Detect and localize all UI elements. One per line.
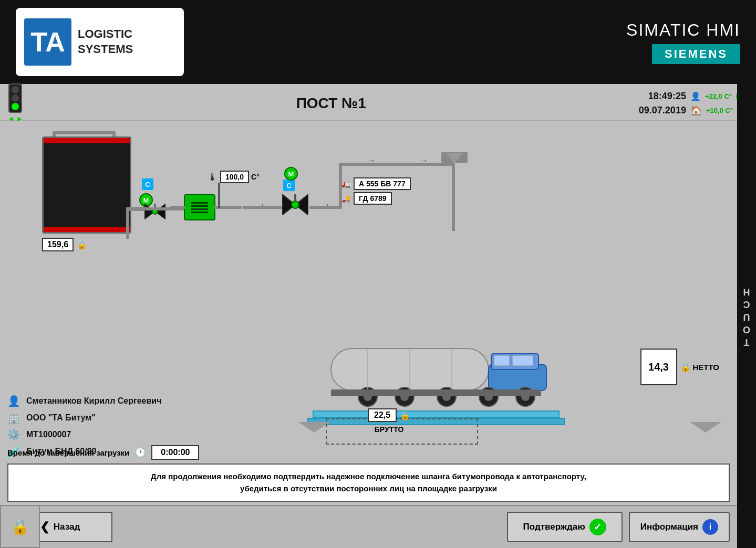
pump-line-1 [191,202,208,204]
header-right: SIMATIC HMI SIEMENS [626,20,740,64]
brutto-value-row: 22,5 🔒 [368,408,410,422]
netto-label: НЕТТО [693,363,719,372]
user-badge[interactable]: 🔒 [0,505,40,548]
temp-outside: +22,0 C° [705,92,732,100]
scale-tri-left [298,422,330,433]
main-valve-m-badge: M [284,167,298,181]
traffic-light-body [8,83,22,113]
temp-inside: +10,0 C° [706,107,733,114]
pump-line-3 [191,208,208,210]
pipe-arrow-1: → [142,202,149,210]
main-valve-svg [282,194,308,215]
truck-icon-1: 🚛 [341,180,350,188]
clock-icon: 🕐 [134,447,146,458]
info-label: Информация [640,522,698,532]
tank-lock-icon: 🔒 [77,240,87,250]
person-info-icon: 👤 [7,395,21,407]
company-name: ООО "ТА Битум" [26,413,96,423]
status-bar: ◄ ► ПОСТ №1 18:49:25 👤 +22,0 C° → 09.07.… [0,84,756,121]
scale-platform [313,410,560,418]
building-icon: 🏢 [7,412,21,424]
timer-row: Время до завершения загрузки 🕐 0:00:00 [7,445,730,460]
back-label: Назад [54,522,80,532]
arm-funnel [447,153,462,164]
confirm-check-icon: ✓ [589,519,606,535]
plate-row-2: 🚚 ГД 6789 [341,192,411,205]
tank-value: 159,6 [42,238,74,251]
c-badge-2: C [283,180,295,191]
netto-right: 🔒 НЕТТО [680,362,719,372]
logo-text: LOGISTIC SYSTEMS [78,27,133,57]
touch-label: TOUCH [737,84,756,548]
thermo-unit: C° [251,173,260,181]
warning-text: Для продолжения необходимо подтвердить н… [151,472,586,493]
pipe-arrow-top: → [368,156,375,165]
brutto-group: 22,5 🔒 БРУТТО [368,408,410,434]
pipe-down-v [452,163,455,231]
netto-lock-icon: 🔒 [680,362,691,372]
svg-point-6 [292,201,299,208]
netto-value: 14,3 [640,349,677,385]
pipe-arrow-top2: → [420,156,428,165]
tank-top-red [44,138,130,143]
logo-ta-icon: TA [24,18,71,66]
back-arrow-icon: ❮ [40,520,49,534]
diagram-area: C M 159,6 🔒 → [0,121,756,548]
time-display: 18:49:25 [648,91,686,102]
info-button[interactable]: Информация i [629,512,730,542]
truck-visual [326,338,552,412]
warning-box: Для продолжения необходимо подтвердить н… [7,463,730,502]
thermo-icon: 🌡 [208,171,218,183]
tank-top-pipe [53,131,116,134]
pump-lines [191,201,208,215]
order-icon: ⚙️ [7,428,21,441]
pump-body [184,194,215,220]
confirm-label: Подтверждаю [523,522,585,532]
tl-red [12,86,19,93]
pump-inlet-pipe [170,206,185,209]
timer-label: Время до завершения загрузки [7,448,129,457]
arm-top [441,152,468,163]
truck-plates: 🚛 А 555 БВ 777 🚚 ГД 6789 [341,177,411,205]
date-row: 09.07.2019 🏠 +10,0 C° 🔧 [639,105,749,117]
svg-rect-24 [331,389,541,396]
info-company-row: 🏢 ООО "ТА Битум" [7,412,161,424]
logo-box: TA LOGISTIC SYSTEMS [16,8,184,76]
tank-group: C M 159,6 🔒 [42,136,131,234]
truck-icon-2: 🚚 [341,194,350,203]
info-panel: 👤 Сметанников Кирилл Сергеевич 🏢 ООО "ТА… [7,395,161,475]
tank-value-row: 159,6 🔒 [42,238,87,251]
thermometer: 🌡 100,0 C° [208,171,260,183]
pump-line-4 [191,212,208,213]
svg-rect-13 [512,355,533,366]
order-number: МТ1000007 [26,430,71,439]
tank-bottom-red [44,227,130,232]
siemens-badge: SIEMENS [652,44,740,64]
motor-badge-2: M [284,167,298,181]
scale-tri-right [690,422,721,433]
house-icon: 🏠 [690,105,702,117]
bottom-bar: ❮ Назад Подтверждаю ✓ Информация i [0,505,737,548]
pump-group [184,194,215,220]
confirm-button[interactable]: Подтверждаю ✓ [507,512,623,542]
tl-yellow [12,94,19,102]
pipe-arrow-2: → [257,201,265,209]
tl-green [12,103,19,110]
main-valve-c-badge: C [283,180,295,191]
traffic-light: ◄ ► [7,83,24,123]
pipe-top-h [339,163,454,166]
timer-value: 0:00:00 [151,445,199,460]
time-row: 18:49:25 👤 +22,0 C° → [648,90,749,103]
c-badge-1: C [142,178,153,190]
header: TA LOGISTIC SYSTEMS SIMATIC HMI SIEMENS [0,0,756,84]
simatic-label: SIMATIC HMI [626,20,740,40]
person-icon: 👤 [690,91,701,101]
thermo-pipe-v [218,183,220,208]
truck-svg [326,338,552,412]
info-order-row: ⚙️ МТ1000007 [7,428,161,441]
pipe-arrow-3: → [323,201,330,209]
user-badge-icon: 🔒 [11,518,29,535]
person-name: Сметанников Кирилл Сергеевич [26,396,161,406]
brutto-value: 22,5 [368,408,397,422]
status-info: 18:49:25 👤 +22,0 C° → 09.07.2019 🏠 +10,0… [639,90,749,117]
